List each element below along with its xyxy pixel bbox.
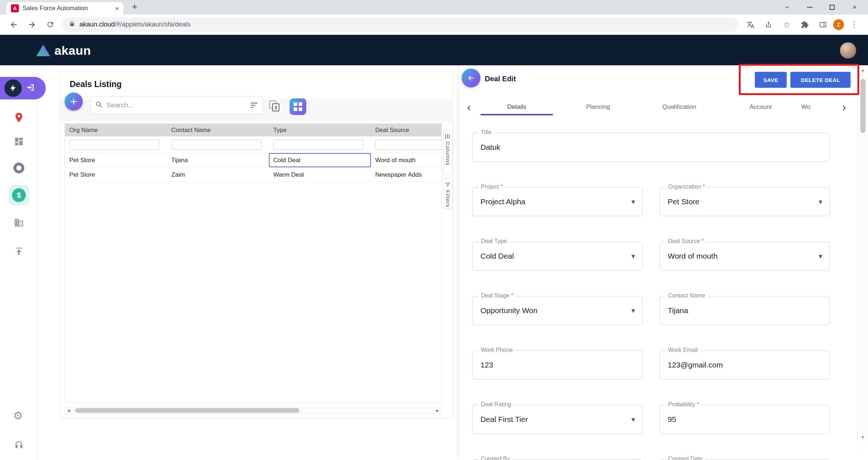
field-value: Cold Deal (480, 252, 514, 260)
column-header-contact-name[interactable]: Contact Name (167, 124, 269, 136)
table-cell[interactable]: Word of mouth (371, 153, 441, 167)
field-contact-name[interactable]: Contact NameTijana (659, 296, 830, 325)
sidebar-item-ring[interactable] (13, 163, 24, 173)
search-input[interactable] (106, 101, 247, 109)
field-work-phone[interactable]: Work Phone123 (472, 350, 643, 379)
horizontal-scrollbar[interactable]: ◀ ▶ (65, 407, 442, 414)
side-panel-icon[interactable] (815, 17, 831, 33)
tab-planning[interactable]: Planning (557, 99, 639, 115)
delete-deal-button[interactable]: DELETE DEAL (790, 72, 851, 88)
browser-menu-kebab-icon[interactable]: ⋮ (846, 17, 862, 33)
sidebar-item-organization[interactable] (14, 218, 24, 228)
forward-nav-icon[interactable] (24, 17, 40, 33)
maximize-button[interactable] (821, 0, 843, 15)
minimize-button[interactable] (798, 0, 821, 15)
detail-title: Deal Edit (485, 75, 516, 83)
search-box[interactable] (90, 96, 263, 114)
field-deal-rating[interactable]: Deal RatingDeal First Tier▾ (472, 405, 643, 434)
share-icon[interactable] (761, 17, 777, 33)
pages-icon[interactable]: 2 (269, 100, 279, 111)
column-header-type[interactable]: Type (269, 124, 371, 136)
window-close-button[interactable]: × (843, 0, 866, 15)
tab-close-icon[interactable]: × (115, 5, 119, 12)
filter-input-type[interactable] (273, 140, 363, 150)
dropdown-caret-icon[interactable]: ▾ (631, 252, 635, 260)
user-avatar[interactable] (840, 42, 856, 59)
translate-icon[interactable] (742, 17, 758, 33)
filter-cell (371, 137, 441, 152)
bookmark-star-icon[interactable]: ☆ (779, 17, 795, 33)
filter-cell (65, 137, 167, 152)
filter-list-icon[interactable] (251, 103, 257, 108)
grid-view-button[interactable] (290, 98, 306, 115)
tab-wo[interactable]: Wo (801, 99, 823, 115)
vertical-scrollbar[interactable]: ▲ ▼ (857, 66, 868, 441)
table-cell[interactable]: Newspaper Adds (371, 168, 441, 182)
dropdown-caret-icon[interactable]: ▾ (819, 197, 822, 206)
table-cell[interactable]: Cold Deal (269, 153, 371, 167)
column-header-deal-source[interactable]: Deal Source (371, 124, 441, 136)
vertical-scroll-thumb[interactable] (860, 79, 865, 133)
tab-details[interactable]: Details (476, 99, 557, 115)
sidebar-item-upload[interactable] (14, 246, 24, 256)
field-label: Organization * (666, 184, 707, 190)
tabs-scroll-left-icon[interactable]: ‹ (462, 99, 476, 115)
browser-tab[interactable]: A Sales Force Automation × (7, 2, 123, 15)
field-label: Probability * (666, 401, 701, 408)
dropdown-caret-icon[interactable]: ▾ (819, 252, 822, 260)
save-button[interactable]: SAVE (755, 72, 787, 88)
column-header-org-name[interactable]: Org Name (65, 124, 167, 136)
new-tab-button[interactable]: + (129, 1, 140, 12)
scroll-up-arrow-icon[interactable]: ▲ (857, 68, 868, 72)
filter-input-contact-name[interactable] (171, 140, 261, 150)
field-value: 123 (480, 361, 493, 369)
dropdown-caret-icon[interactable]: ▾ (631, 306, 635, 315)
table-cell[interactable]: Warm Deal (269, 168, 371, 182)
add-deal-button[interactable]: + (65, 93, 83, 111)
back-button[interactable] (462, 69, 480, 87)
sidebar-item-deals-active[interactable]: $ (9, 185, 29, 205)
table-cell[interactable]: Zaim (167, 168, 269, 182)
field-project[interactable]: Project *Project Alpha▾ (472, 187, 643, 216)
side-tab-filters[interactable]: Filters (443, 179, 453, 209)
tab-account[interactable]: Account (720, 99, 801, 115)
table-row[interactable]: Pet StoreTijanaCold DealWord of mouth (65, 153, 441, 168)
url-bar[interactable]: akaun.cloud/#/applets/akaun/sfa/deals (62, 17, 738, 32)
sidebar-item-dashboard[interactable] (14, 136, 24, 147)
field-organization[interactable]: Organization *Pet Store▾ (659, 187, 830, 216)
sidebar-item-settings[interactable]: ⚙ (13, 409, 23, 422)
sidebar-item-red-pin[interactable] (13, 112, 25, 123)
sidebar-item-support[interactable] (14, 440, 24, 450)
field-work-email[interactable]: Work Email123@gmail.com (659, 350, 830, 379)
back-nav-icon[interactable] (6, 17, 22, 33)
tab-qualification[interactable]: Qualification (639, 99, 720, 115)
columns-icon (445, 134, 450, 139)
tabs-scroll-right-icon[interactable]: › (837, 99, 851, 115)
field-title[interactable]: TitleDatuk (472, 133, 830, 162)
filter-input-org-name[interactable] (69, 140, 159, 150)
dropdown-caret-icon[interactable]: ▾ (631, 415, 635, 424)
field-deal-source[interactable]: Deal Source *Word of mouth▾ (659, 242, 830, 271)
reload-icon[interactable] (42, 17, 58, 33)
side-tab-columns[interactable]: Columns (443, 131, 453, 174)
filter-input-deal-source[interactable] (375, 140, 441, 150)
field-deal-type[interactable]: Deal TypeCold Deal▾ (472, 242, 643, 271)
table-cell[interactable]: Pet Store (65, 153, 167, 167)
sidebar-item-active[interactable] (0, 77, 46, 99)
table-cell[interactable]: Pet Store (65, 168, 167, 182)
field-value: Word of mouth (668, 252, 717, 260)
scroll-down-arrow-icon[interactable]: ▼ (857, 435, 868, 439)
scroll-left-arrow-icon[interactable]: ◀ (65, 408, 72, 412)
extensions-puzzle-icon[interactable] (797, 17, 813, 33)
table-cell[interactable]: Tijana (167, 153, 269, 167)
browser-profile-avatar[interactable]: Z (833, 19, 844, 30)
field-deal-stage[interactable]: Deal Stage *Opportunity Won▾ (472, 296, 643, 325)
horizontal-scroll-thumb[interactable] (75, 408, 299, 413)
building-icon (14, 218, 24, 228)
field-probability[interactable]: Probability *95 (659, 405, 830, 434)
dropdown-caret-icon[interactable]: ▾ (631, 197, 635, 206)
table-row[interactable]: Pet StoreZaimWarm DealNewspaper Adds (65, 168, 441, 182)
app-logo[interactable]: akaun (36, 44, 91, 58)
tab-search-chevron-icon[interactable] (776, 0, 798, 15)
scroll-right-arrow-icon[interactable]: ▶ (434, 408, 441, 412)
